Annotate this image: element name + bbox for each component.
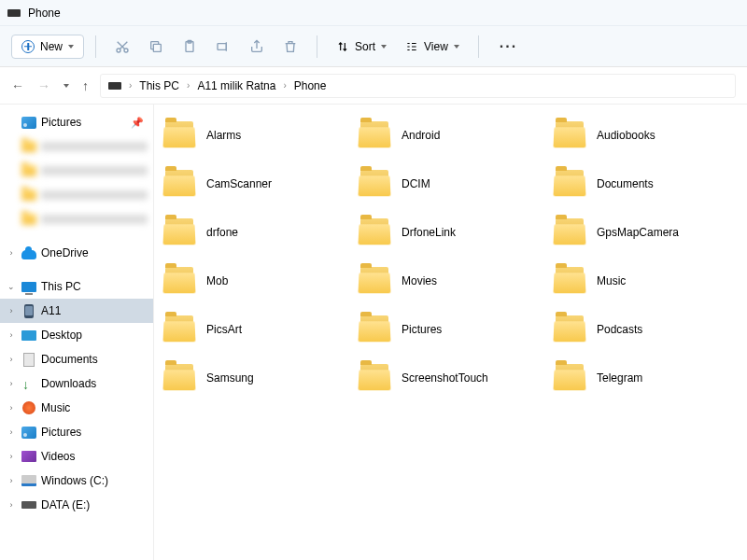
sidebar-item-pictures[interactable]: ›Pictures [0, 420, 153, 444]
tree-label: Downloads [41, 377, 148, 390]
sidebar-item-videos[interactable]: ›Videos [0, 444, 153, 469]
folder-pictures[interactable]: Pictures [357, 314, 544, 345]
folder-screenshottouch[interactable]: ScreenshotTouch [357, 362, 544, 394]
expand-icon[interactable]: › [6, 476, 17, 485]
expand-icon[interactable]: › [6, 427, 17, 437]
folder-name: ScreenshotTouch [402, 371, 488, 385]
folder-music[interactable]: Music [552, 265, 740, 297]
pictures-icon [21, 117, 36, 129]
folder-podcasts[interactable]: Podcasts [552, 314, 740, 345]
collapse-icon[interactable]: ⌄ [6, 282, 17, 291]
expand-icon[interactable]: › [6, 452, 17, 461]
svg-point-0 [117, 49, 120, 52]
sidebar-item-desktop[interactable]: ›Desktop [0, 323, 153, 347]
sidebar-item-datae[interactable]: ›DATA (E:) [0, 493, 153, 517]
sidebar-item-blurred[interactable] [0, 183, 153, 207]
chevron-right-icon: › [129, 80, 132, 91]
view-button[interactable]: View [398, 35, 467, 58]
nav-arrows: ← → ↑ [11, 78, 89, 93]
folder-documents[interactable]: Documents [552, 168, 740, 200]
tree-label: Music [41, 401, 148, 414]
sidebar-item-blurred[interactable] [0, 207, 153, 231]
expand-icon[interactable]: › [6, 355, 17, 364]
sidebar-item-a11[interactable]: ›A11 [0, 299, 153, 323]
back-button[interactable]: ← [11, 78, 24, 93]
sidebar-onedrive[interactable]: › OneDrive [0, 241, 153, 265]
sort-button[interactable]: Sort [329, 35, 394, 58]
chevron-down-icon [381, 45, 387, 49]
folder-samsung[interactable]: Samsung [162, 362, 349, 394]
forward-button[interactable]: → [37, 78, 50, 93]
breadcrumb-item[interactable]: A11 milik Ratna [197, 79, 275, 92]
content-area[interactable]: AlarmsAndroidAudiobooksCamScannerDCIMDoc… [154, 105, 747, 560]
nav-bar: ← → ↑ › This PC › A11 milik Ratna › Phon… [0, 67, 747, 105]
sidebar-pictures-quick[interactable]: Pictures 📌 [0, 110, 153, 134]
breadcrumb-item[interactable]: Phone [294, 79, 327, 92]
folder-icon [554, 364, 587, 392]
sidebar-item-music[interactable]: ›Music [0, 396, 153, 420]
folder-gpsmapcamera[interactable]: GpsMapCamera [552, 217, 740, 248]
folder-picsart[interactable]: PicsArt [162, 314, 349, 345]
expand-icon[interactable]: › [6, 306, 17, 315]
svg-rect-2 [153, 44, 161, 51]
sidebar-item-blurred[interactable] [0, 134, 153, 159]
folder-icon [163, 364, 197, 392]
folder-audiobooks[interactable]: Audiobooks [552, 119, 740, 151]
folder-camscanner[interactable]: CamScanner [162, 168, 349, 200]
separator [478, 35, 479, 58]
expand-icon[interactable]: › [6, 500, 17, 510]
sidebar-item-documents[interactable]: ›Documents [0, 347, 153, 371]
more-button[interactable]: ··· [490, 38, 527, 55]
folder-name: Pictures [402, 323, 442, 336]
history-dropdown[interactable] [63, 84, 69, 88]
folder-drfonelink[interactable]: DrfoneLink [357, 217, 544, 248]
up-button[interactable]: ↑ [82, 78, 89, 93]
sidebar-item-windowsc[interactable]: ›Windows (C:) [0, 469, 153, 493]
folder-drfone[interactable]: drfone [162, 217, 349, 248]
drive2-icon [21, 501, 36, 509]
folder-icon [359, 170, 392, 198]
doc-icon [23, 353, 35, 367]
breadcrumb[interactable]: › This PC › A11 milik Ratna › Phone [100, 74, 736, 98]
paste-button[interactable] [175, 32, 204, 62]
plus-icon [21, 40, 35, 53]
breadcrumb-item[interactable]: This PC [139, 79, 179, 92]
tree-label: A11 [41, 304, 148, 317]
folder-icon [359, 218, 392, 246]
chevron-down-icon [68, 45, 74, 49]
sidebar: Pictures 📌 › OneDrive ⌄ This PC ›A11›Des… [0, 105, 154, 560]
folder-telegram[interactable]: Telegram [552, 362, 740, 394]
sidebar-this-pc[interactable]: ⌄ This PC [0, 274, 153, 299]
tree-label: Windows (C:) [41, 474, 148, 487]
folder-mob[interactable]: Mob [162, 265, 349, 297]
tree-label: Pictures [41, 426, 148, 439]
sidebar-item-blurred[interactable] [0, 159, 153, 183]
expand-icon[interactable]: › [6, 379, 17, 388]
folder-android[interactable]: Android [357, 119, 544, 151]
folder-icon [359, 364, 392, 392]
new-button[interactable]: New [11, 35, 84, 59]
tree-label: Documents [41, 353, 148, 366]
tree-label: This PC [41, 280, 148, 293]
pin-icon: 📌 [131, 117, 144, 129]
folder-dcim[interactable]: DCIM [357, 168, 544, 200]
pictures-icon [21, 427, 36, 439]
folder-movies[interactable]: Movies [357, 265, 544, 297]
cut-button[interactable] [107, 32, 137, 62]
share-button[interactable] [242, 32, 272, 62]
folder-alarms[interactable]: Alarms [162, 119, 349, 151]
folder-name: DrfoneLink [402, 226, 456, 239]
chevron-down-icon [454, 45, 459, 49]
cloud-icon [21, 250, 36, 259]
rename-button[interactable] [208, 32, 238, 62]
expand-icon[interactable]: › [6, 330, 17, 340]
delete-button[interactable] [275, 32, 305, 62]
folder-name: DCIM [402, 177, 430, 190]
expand-icon[interactable]: › [6, 248, 17, 258]
view-icon [405, 40, 418, 53]
folder-icon [554, 267, 587, 295]
folder-icon [359, 121, 392, 149]
copy-button[interactable] [141, 32, 171, 62]
expand-icon[interactable]: › [6, 403, 17, 413]
sidebar-item-downloads[interactable]: ›Downloads [0, 371, 153, 396]
